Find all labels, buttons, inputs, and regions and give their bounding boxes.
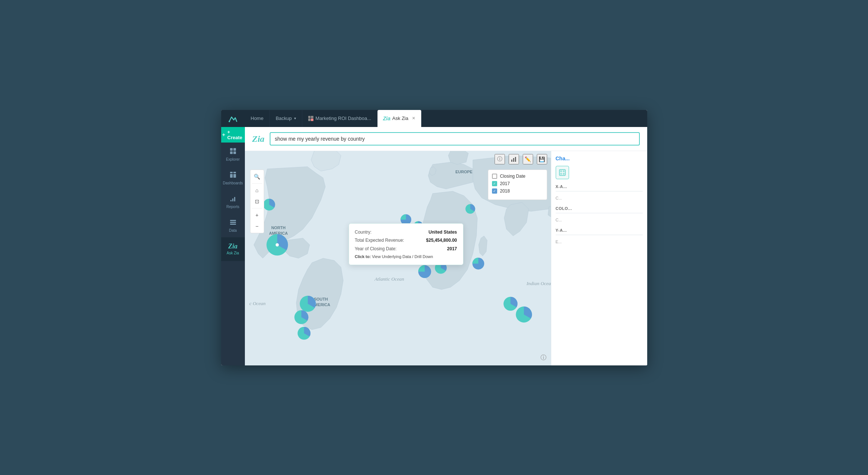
nav-tab-askzia[interactable]: Zia Ask Zia ✕ <box>378 110 422 127</box>
svg-rect-14 <box>230 224 236 225</box>
svg-text:c Ocean: c Ocean <box>249 301 266 306</box>
reports-icon <box>229 195 237 203</box>
tooltip-popup: Country: United States Total Expected Re… <box>349 223 463 265</box>
main-body: ＋ + Create Explorer <box>221 127 647 365</box>
dashboards-icon <box>229 171 237 180</box>
chart-type-map-btn[interactable] <box>556 166 569 179</box>
legend-header-label: Closing Date <box>500 174 526 179</box>
tooltip-year-value: 2017 <box>447 246 457 251</box>
sidebar-item-dashboards[interactable]: Dashboards <box>221 166 245 190</box>
map-select-btn[interactable]: ⊡ <box>252 196 262 207</box>
askzia-close-btn[interactable]: ✕ <box>412 116 415 121</box>
svg-rect-50 <box>563 170 565 172</box>
legend-item-2018[interactable]: ✓ 2018 <box>492 188 543 194</box>
svg-text:AMERICA: AMERICA <box>311 302 330 307</box>
legend-2017-label: 2017 <box>500 181 510 186</box>
svg-rect-52 <box>563 173 565 175</box>
y-axis-label: Y-A... <box>556 228 643 233</box>
svg-rect-1 <box>230 148 233 151</box>
chart-color-section: Colo... C... <box>556 206 643 224</box>
svg-rect-8 <box>233 174 236 178</box>
svg-rect-51 <box>560 173 562 175</box>
legend-2018-label: 2018 <box>500 188 510 194</box>
svg-rect-4 <box>233 151 236 154</box>
chart-icon-btn[interactable] <box>509 154 519 164</box>
askzia-sidebar-icon: Zia <box>228 243 237 250</box>
chart-y-axis-section: Y-A... E... <box>556 228 643 245</box>
svg-rect-6 <box>233 172 236 173</box>
legend-2017-checkbox[interactable]: ✓ <box>492 181 497 186</box>
map-search-btn[interactable]: 🔍 <box>252 171 262 182</box>
legend-header: Closing Date <box>492 174 543 179</box>
tooltip-country-row: Country: United States <box>355 230 457 235</box>
askzia-sidebar-label: Ask Zia <box>227 251 239 255</box>
chart-panel-title: Cha... <box>556 155 643 161</box>
map-zoom-in-btn[interactable]: + <box>252 210 262 220</box>
svg-rect-29 <box>513 158 514 162</box>
svg-rect-5 <box>230 172 233 173</box>
backup-dropdown-icon: ▾ <box>294 116 296 120</box>
toolbar-divider-1 <box>252 183 262 184</box>
color-label: Colo... <box>556 206 643 211</box>
askzia-label: Ask Zia <box>392 116 408 121</box>
svg-rect-28 <box>511 160 512 162</box>
legend-2018-checkbox[interactable]: ✓ <box>492 188 497 194</box>
svg-rect-11 <box>234 197 235 201</box>
zia-search-input[interactable] <box>270 132 640 145</box>
svg-text:NORTH: NORTH <box>271 225 286 230</box>
svg-rect-30 <box>515 157 516 162</box>
nav-tabs: Home Backup ▾ Marketing ROI Dashboa... Z… <box>245 110 647 127</box>
y-axis-placeholder: E... <box>556 238 643 245</box>
sidebar-item-reports[interactable]: Reports <box>221 190 245 214</box>
tooltip-country-value: United States <box>429 230 457 235</box>
create-button[interactable]: ＋ + Create <box>221 127 245 143</box>
svg-rect-7 <box>230 174 233 178</box>
chart-x-axis-section: X-A... C... <box>556 184 643 202</box>
sidebar-item-data[interactable]: Data <box>221 214 245 237</box>
chart-panel: Cha... <box>551 151 647 365</box>
svg-rect-9 <box>230 200 232 201</box>
svg-rect-49 <box>560 170 562 172</box>
tooltip-year-row: Year of Closing Date: 2017 <box>355 246 457 251</box>
legend-header-checkbox[interactable] <box>492 174 497 179</box>
marketing-icon <box>308 116 313 121</box>
reports-label: Reports <box>226 205 239 209</box>
sidebar-item-explorer[interactable]: Explorer <box>221 143 245 166</box>
tooltip-revenue-label: Total Expected Revenue: <box>355 238 404 244</box>
tooltip-click-label: Click to: <box>355 254 371 259</box>
nav-tab-marketing[interactable]: Marketing ROI Dashboa... <box>302 110 378 127</box>
app-wrapper: Home Backup ▾ Marketing ROI Dashboa... Z… <box>221 110 647 365</box>
app-logo[interactable] <box>221 110 245 127</box>
tooltip-revenue-value: $25,454,800.00 <box>426 238 457 244</box>
tooltip-revenue-row: Total Expected Revenue: $25,454,800.00 <box>355 238 457 244</box>
legend-item-2017[interactable]: ✓ 2017 <box>492 181 543 186</box>
svg-point-0 <box>229 121 230 122</box>
dashboards-label: Dashboards <box>223 181 243 185</box>
tooltip-click-action-text: View Underlying Data / Drill Down <box>372 254 433 259</box>
tooltip-country-label: Country: <box>355 230 372 235</box>
nav-tab-home[interactable]: Home <box>245 110 270 127</box>
svg-rect-3 <box>230 151 233 154</box>
map-home-btn[interactable]: ⌂ <box>252 185 262 195</box>
sidebar: ＋ + Create Explorer <box>221 127 245 365</box>
content-area: Zia <box>245 127 647 365</box>
toolbar-divider-2 <box>252 208 262 208</box>
edit-icon-btn[interactable]: ✏️ <box>523 154 533 164</box>
sidebar-item-askzia[interactable]: Zia Ask Zia <box>221 237 245 261</box>
legend-panel: Closing Date ✓ 2017 ✓ 2018 <box>488 170 547 200</box>
nav-tab-backup[interactable]: Backup ▾ <box>270 110 302 127</box>
info-icon-btn[interactable]: ⓘ <box>495 154 505 164</box>
info-icon-bottom[interactable]: ⓘ <box>541 354 546 362</box>
zia-tab-icon: Zia <box>383 115 390 122</box>
color-placeholder: C... <box>556 216 643 224</box>
tooltip-year-label: Year of Closing Date: <box>355 246 397 251</box>
top-nav: Home Backup ▾ Marketing ROI Dashboa... Z… <box>221 110 647 127</box>
save-icon-btn[interactable]: 💾 <box>537 154 547 164</box>
svg-text:Atlantic Ocean: Atlantic Ocean <box>374 276 404 281</box>
data-label: Data <box>229 228 237 233</box>
svg-text:Indian Ocean: Indian Ocean <box>526 280 553 286</box>
x-axis-placeholder: C... <box>556 194 643 202</box>
data-icon <box>229 218 237 227</box>
home-label: Home <box>251 116 264 121</box>
map-zoom-out-btn[interactable]: − <box>252 221 262 231</box>
